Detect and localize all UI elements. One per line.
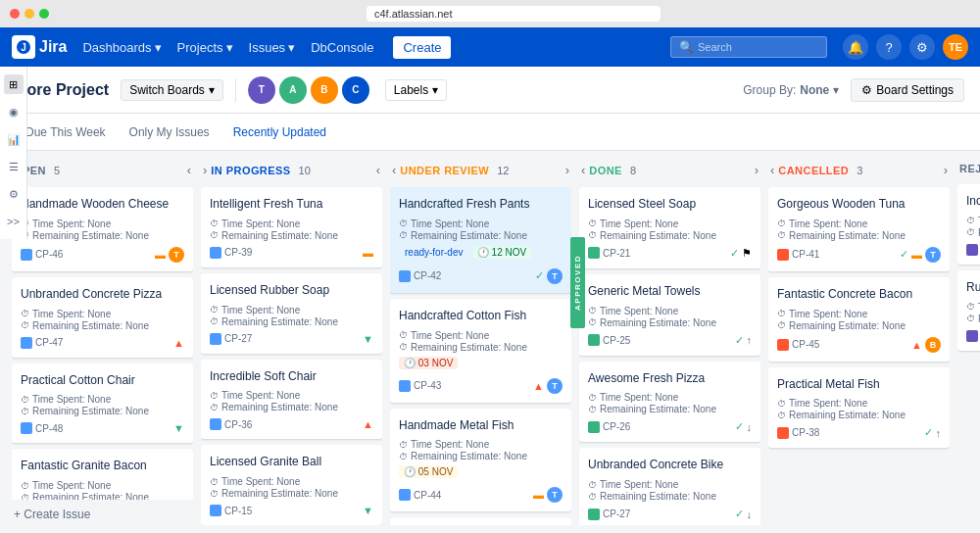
card-title: Handcrafted Fresh Pants — [399, 196, 563, 213]
nav-logo[interactable]: J Jira — [12, 35, 67, 59]
card-remaining: ⏱ Remaining Estimate: None — [210, 402, 373, 412]
card-title: Incredible Soft Chair — [210, 368, 373, 385]
card-cp39[interactable]: Intelligent Fresh Tuna ⏱ Time Spent: Non… — [201, 187, 382, 267]
card-badges: ▬ — [363, 247, 373, 259]
card-cp38[interactable]: Practical Metal Fish ⏱ Time Spent: None … — [768, 367, 950, 449]
col-expand-under-review[interactable]: ‹ — [392, 163, 396, 177]
badge-avatar: T — [547, 268, 563, 284]
card-id: CP-45 — [777, 339, 819, 351]
card-cp46[interactable]: Handmade Wooden Cheese ⏱ Time Spent: Non… — [12, 187, 193, 271]
col-collapse-cancelled[interactable]: › — [944, 163, 948, 177]
card-id: CP-40 — [966, 244, 980, 256]
card-cp27d[interactable]: Unbranded Concrete Bike ⏱ Time Spent: No… — [579, 448, 760, 525]
nav-dashboards[interactable]: Dashboards ▾ — [82, 40, 161, 55]
avatar-1[interactable]: T — [248, 76, 275, 104]
priority-icon: ▲ — [363, 418, 373, 430]
minimize-dot[interactable] — [24, 9, 34, 19]
sidebar-icon-issues[interactable]: ☰ — [4, 157, 24, 176]
card-footer: CP-43 ▲ T — [399, 378, 563, 394]
card-cp27[interactable]: Licensed Rubber Soap ⏱ Time Spent: None … — [201, 273, 382, 354]
filter-recently-updated[interactable]: Recently Updated — [223, 121, 336, 143]
nav-projects[interactable]: Projects ▾ — [177, 40, 233, 55]
card-cp15[interactable]: Licensed Granite Ball ⏱ Time Spent: None… — [201, 445, 382, 525]
card-badges: ▬ T — [533, 487, 563, 503]
col-collapse-in-progress[interactable]: ‹ — [376, 163, 380, 177]
card-cp42[interactable]: Handcrafted Fresh Pants ⏱ Time Spent: No… — [390, 187, 571, 293]
sidebar-icon-pulse[interactable]: ◉ — [4, 102, 24, 121]
avatar-4[interactable]: C — [342, 76, 369, 104]
labels-button[interactable]: Labels ▾ — [385, 79, 447, 101]
card-badges: ✓ ↑ — [924, 426, 942, 439]
col-count-under-review: 12 — [497, 165, 509, 176]
badge-avatar: T — [547, 487, 563, 503]
priority-icon: ▬ — [155, 249, 166, 261]
close-dot[interactable] — [10, 9, 20, 19]
card-cp40[interactable]: Incredible Wooden Car ⏱ Time Spent: None… — [957, 184, 980, 265]
nav-dbconsole[interactable]: DbConsole — [311, 40, 373, 55]
col-expand-done[interactable]: ‹ — [581, 163, 585, 177]
column-open: OPEN 5 ‹ Handmade Wooden Cheese ⏱ Time S… — [12, 159, 193, 525]
filter-due-this-week[interactable]: Due This Week — [16, 121, 116, 143]
task-icon — [210, 247, 221, 259]
card-cp36[interactable]: Incredible Soft Chair ⏱ Time Spent: None… — [201, 360, 382, 440]
task-icon — [210, 333, 221, 345]
card-title: Handmade Metal Fish — [399, 417, 563, 434]
card-cp47[interactable]: Unbranded Concrete Pizza ⏱ Time Spent: N… — [12, 277, 193, 358]
board-settings-button[interactable]: ⚙ Board Settings — [851, 78, 964, 102]
card-badges: ✓ T — [535, 268, 563, 284]
avatar-3[interactable]: B — [311, 76, 338, 104]
create-button[interactable]: Create — [393, 36, 451, 59]
col-expand-in-progress[interactable]: › — [203, 163, 207, 177]
card-remaining: ⏱ Remaining Estimate: None — [777, 230, 941, 241]
switch-boards-button[interactable]: Switch Boards ▾ — [121, 79, 223, 101]
card-cp26[interactable]: Awesome Fresh Pizza ⏱ Time Spent: None ⏱… — [579, 362, 760, 443]
priority-icon: ▬ — [363, 247, 373, 259]
card-cp45[interactable]: Fantastic Concrete Bacon ⏱ Time Spent: N… — [768, 277, 950, 362]
help-icon[interactable]: ? — [876, 34, 902, 60]
sidebar-icon-board[interactable]: ⊞ — [4, 74, 24, 94]
chevron-down-icon: ▾ — [432, 83, 438, 97]
card-cp41[interactable]: Gorgeous Wooden Tuna ⏱ Time Spent: None … — [768, 187, 950, 271]
card-cp30[interactable]: Sleek Concrete Ball ⏱ Time Spent: None ⏱… — [390, 517, 571, 525]
card-cp44[interactable]: Handmade Metal Fish ⏱ Time Spent: None ⏱… — [390, 409, 571, 512]
badge-avatar: T — [925, 247, 941, 263]
browser-traffic-lights — [10, 9, 49, 19]
task-icon — [777, 249, 789, 261]
card-remaining: ⏱ Remaining Estimate: None — [966, 314, 980, 324]
col-collapse-under-review[interactable]: › — [565, 163, 569, 177]
card-cp48[interactable]: Practical Cotton Chair ⏱ Time Spent: Non… — [12, 363, 193, 444]
filter-only-my-issues[interactable]: Only My Issues — [120, 121, 220, 143]
maximize-dot[interactable] — [39, 9, 49, 19]
column-cancelled: ‹ CANCELLED 3 › Gorgeous Wooden Tuna ⏱ T… — [768, 159, 950, 525]
search-bar[interactable]: 🔍 Search — [670, 36, 827, 58]
card-time-spent: ⏱ Time Spent: None — [588, 479, 752, 490]
card-badges: ✓ ↓ — [735, 508, 753, 520]
sidebar-icon-settings[interactable]: ⚙ — [4, 184, 24, 204]
col-count-in-progress: 10 — [299, 165, 311, 176]
card-remaining: ⏱ Remaining Estimate: None — [588, 404, 752, 414]
card-time-spent: ⏱ Time Spent: None — [777, 218, 941, 229]
priority-icon: ▬ — [911, 249, 922, 261]
url-bar[interactable]: c4f.atlassian.net — [367, 6, 661, 22]
card-remaining: ⏱ Remaining Estimate: None — [966, 227, 980, 238]
add-issue-button[interactable]: + Create Issue — [12, 504, 193, 525]
sidebar-icon-reports[interactable]: 📊 — [4, 129, 24, 149]
task-icon — [966, 244, 978, 256]
col-collapse-open[interactable]: ‹ — [187, 163, 191, 177]
col-expand-cancelled[interactable]: ‹ — [770, 163, 774, 177]
avatar-2[interactable]: A — [279, 76, 307, 104]
nav-issues[interactable]: Issues ▾ — [249, 40, 296, 55]
settings-gear-icon[interactable]: ⚙ — [909, 34, 935, 60]
card-cp49[interactable]: Fantastic Granite Bacon ⏱ Time Spent: No… — [12, 449, 193, 500]
card-cp43[interactable]: Handcrafted Cotton Fish ⏱ Time Spent: No… — [390, 299, 571, 403]
sidebar-icon-expand[interactable]: >> — [4, 212, 24, 231]
card-footer: CP-27 ▼ — [210, 333, 373, 345]
card-time-spent: ⏱ Time Spent: None — [210, 476, 373, 487]
col-title-done: DONE — [589, 165, 622, 176]
notification-bell-icon[interactable]: 🔔 — [843, 34, 868, 60]
col-collapse-done[interactable]: › — [755, 163, 759, 177]
card-cp21[interactable]: Licensed Steel Soap ⏱ Time Spent: None ⏱… — [579, 187, 760, 268]
card-cp25[interactable]: Generic Metal Towels ⏱ Time Spent: None … — [579, 274, 760, 356]
card-cp28[interactable]: Rustic Soft Car ⏱ Time Spent: None ⏱ Rem… — [957, 270, 980, 351]
user-avatar[interactable]: TE — [943, 34, 968, 60]
